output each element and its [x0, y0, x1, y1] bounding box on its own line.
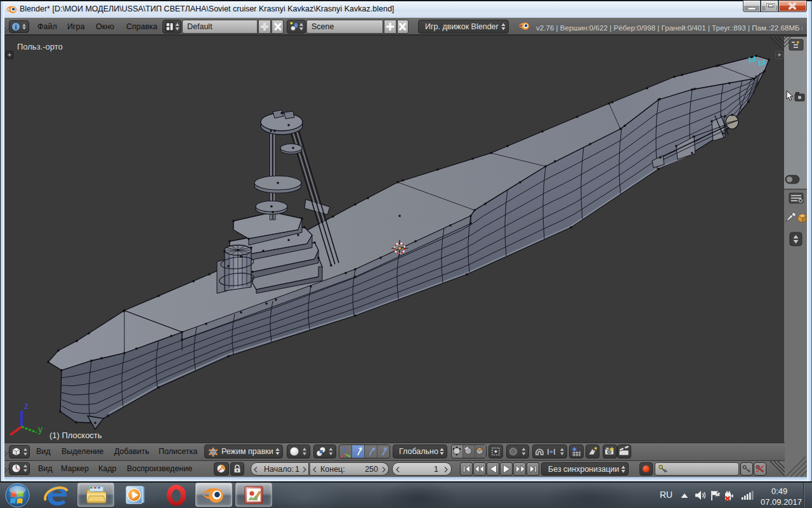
svg-text:i: i [15, 23, 16, 30]
svg-text:z: z [24, 401, 29, 411]
svg-text:y: y [38, 424, 43, 434]
